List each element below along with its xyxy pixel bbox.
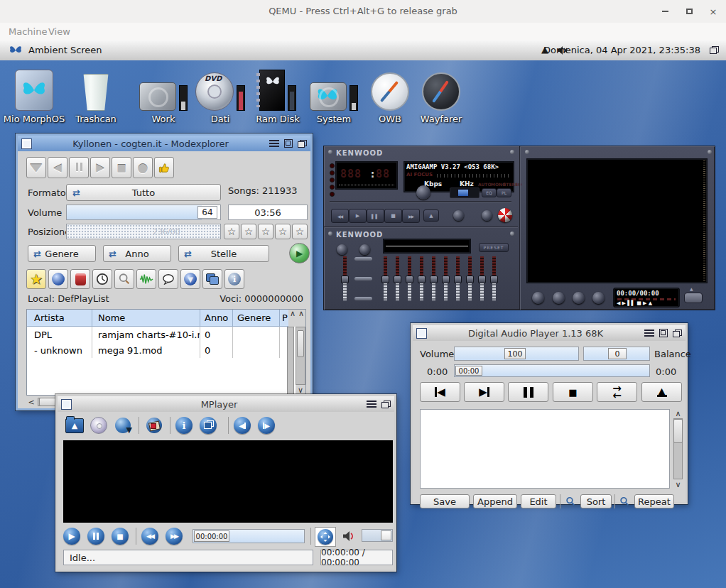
- playlist-display[interactable]: [526, 158, 708, 283]
- pause-button[interactable]: [508, 382, 548, 402]
- pause-button[interactable]: [87, 528, 104, 545]
- skin-pause-button[interactable]: ▌▌: [367, 209, 384, 223]
- dap-titlebar[interactable]: Digital Audio Player 1.13 68K: [413, 325, 686, 341]
- col-nome[interactable]: Nome: [92, 310, 200, 327]
- seek-knob[interactable]: 00:00: [455, 366, 482, 376]
- genere-cycle[interactable]: ⇄ Genere: [28, 245, 96, 262]
- boing-ball-icon[interactable]: [498, 208, 512, 222]
- zoom-gadget-icon[interactable]: [284, 139, 293, 148]
- star-4-button[interactable]: ☆: [275, 224, 291, 239]
- scroll-thumb[interactable]: [297, 330, 304, 357]
- play-button[interactable]: ▶: [63, 528, 80, 545]
- depth-gadget-icon[interactable]: [673, 330, 682, 337]
- eject-button[interactable]: ▼: [26, 157, 46, 178]
- maximize-button[interactable]: [683, 6, 695, 16]
- scroll-down-button[interactable]: ∨: [673, 480, 683, 489]
- shuffle-button[interactable]: → ←: [597, 382, 637, 402]
- screen-depth-icon[interactable]: [710, 46, 719, 54]
- record-button[interactable]: ●: [133, 157, 153, 178]
- favorites-button[interactable]: ★: [26, 269, 46, 289]
- col-genere[interactable]: Genere: [233, 310, 280, 327]
- comments-button[interactable]: [158, 269, 178, 289]
- windows-button[interactable]: [200, 417, 217, 434]
- eq-band-slider[interactable]: [430, 256, 437, 300]
- dap-playlist[interactable]: [420, 409, 670, 489]
- desktop-icon-trashcan[interactable]: Trashcan: [62, 65, 130, 124]
- anno-cycle[interactable]: ⇄ Anno: [103, 245, 171, 262]
- pl-toggle-button[interactable]: PL: [497, 188, 511, 197]
- balance-slider[interactable]: [450, 187, 480, 198]
- repeat-button[interactable]: Repeat: [634, 494, 674, 508]
- preset-button[interactable]: PRESET: [479, 243, 509, 252]
- mute-button[interactable]: [339, 527, 359, 545]
- skip-start-button[interactable]: ◀: [420, 382, 460, 402]
- stop-button[interactable]: ■: [112, 528, 129, 545]
- minimize-button[interactable]: [659, 6, 671, 16]
- scroll-left-button[interactable]: <: [26, 397, 36, 407]
- playlist-knob-3[interactable]: [573, 292, 585, 304]
- history-button[interactable]: [92, 269, 112, 289]
- skip-end-button[interactable]: ▶: [464, 382, 504, 402]
- vertical-scrollbar[interactable]: [296, 327, 305, 385]
- volume-slider[interactable]: [362, 529, 393, 542]
- skin-rewind-button[interactable]: ◀◀: [331, 209, 349, 223]
- eq-knob-auto[interactable]: [359, 244, 370, 255]
- table-row[interactable]: DPL ramjam charts-#10-i.mod 0: [27, 327, 288, 342]
- scroll-up-button[interactable]: ∧: [673, 409, 683, 418]
- open-disc-button[interactable]: [89, 416, 109, 435]
- star-5-button[interactable]: ☆: [292, 224, 308, 239]
- trash-button[interactable]: [70, 269, 90, 289]
- scroll-down-button[interactable]: ∨: [296, 385, 305, 395]
- eq-toggle-button[interactable]: EQ: [482, 188, 497, 197]
- star-2-button[interactable]: ☆: [241, 224, 256, 239]
- eq-band-slider[interactable]: [443, 256, 449, 300]
- amigaamp-window[interactable]: KENWOOD 888 : 88 AMIGAAMP V3.27 <OS3 68K…: [323, 146, 715, 310]
- waveform-button[interactable]: [136, 269, 156, 289]
- menu-gadget-icon[interactable]: [367, 401, 376, 408]
- skin-play-button[interactable]: ▶: [349, 209, 367, 223]
- prev-button[interactable]: ◀: [48, 157, 67, 178]
- close-gadget[interactable]: [21, 138, 32, 149]
- dap-volume-slider[interactable]: 100: [454, 347, 579, 361]
- forward-button[interactable]: ▶▶: [166, 528, 183, 545]
- playlist-button[interactable]: [144, 416, 164, 435]
- close-gadget[interactable]: [416, 328, 427, 339]
- close-button[interactable]: ×: [708, 6, 719, 16]
- seek-slider[interactable]: 00:00:00: [193, 529, 305, 543]
- preamp-slider[interactable]: [342, 256, 348, 300]
- eq-knob-onoff[interactable]: [337, 244, 347, 255]
- menu-view[interactable]: View: [48, 26, 70, 37]
- info-button[interactable]: i: [224, 269, 244, 289]
- menu-gadget-icon[interactable]: [644, 330, 654, 337]
- seek-knob[interactable]: 00:00:00: [194, 530, 229, 542]
- col-truncated[interactable]: P: [280, 310, 288, 327]
- eq-band-slider[interactable]: [479, 256, 485, 300]
- append-button[interactable]: Append: [473, 494, 517, 508]
- dap-seek-slider[interactable]: 00:00: [454, 364, 650, 377]
- stop-button[interactable]: ■: [553, 382, 593, 402]
- star-3-button[interactable]: ☆: [258, 224, 273, 239]
- play-button[interactable]: ▶: [90, 157, 110, 178]
- web-button[interactable]: [48, 269, 68, 289]
- fullscreen-button[interactable]: [315, 527, 336, 547]
- edit-button[interactable]: Edit: [521, 494, 556, 508]
- stop-button[interactable]: ■: [112, 157, 131, 178]
- mplayer-titlebar[interactable]: MPlayer: [58, 396, 394, 412]
- eq-band-slider[interactable]: [491, 256, 497, 300]
- table-row[interactable]: - unknown mega 91.mod 0: [27, 342, 288, 358]
- search-button[interactable]: [114, 269, 134, 289]
- search-left-button[interactable]: [563, 494, 578, 508]
- save-button[interactable]: Save: [420, 494, 470, 508]
- start-search-button[interactable]: ▶: [289, 243, 310, 263]
- depth-gadget-icon[interactable]: [381, 401, 391, 408]
- next-stream-button[interactable]: ▶: [258, 417, 275, 434]
- menu-gadget-icon[interactable]: [269, 140, 279, 148]
- eject-button[interactable]: ▲: [641, 382, 682, 402]
- small-knob-right[interactable]: [482, 210, 492, 221]
- scroll-thumb[interactable]: [673, 419, 683, 443]
- modexplorer-titlebar[interactable]: Kyllonen - cogten.it - Modexplorer: [18, 136, 310, 151]
- qemu-titlebar[interactable]: QEMU - Press Ctrl+Alt+G to release grab …: [0, 0, 726, 23]
- info-button[interactable]: i: [175, 417, 193, 434]
- video-area[interactable]: [63, 440, 393, 523]
- playlist-knob-4[interactable]: [592, 292, 605, 304]
